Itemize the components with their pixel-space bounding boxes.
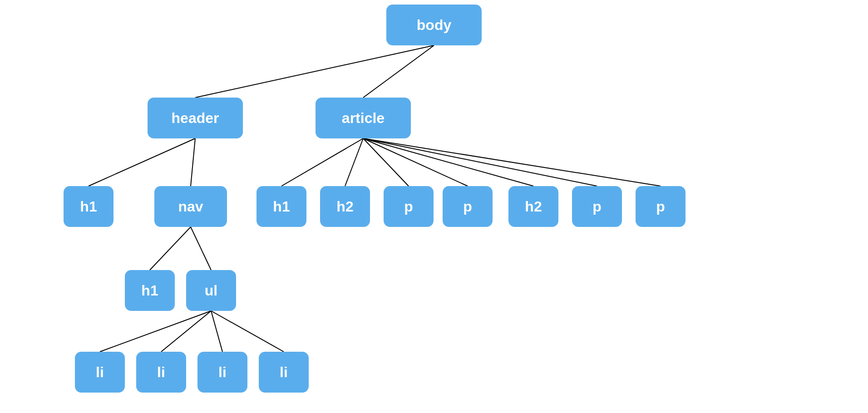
node-li1: li	[75, 352, 125, 393]
node-li4: li	[259, 352, 309, 393]
svg-line-1	[363, 45, 434, 98]
svg-line-5	[345, 138, 363, 186]
node-h1_hdr: h1	[64, 186, 113, 227]
svg-line-14	[161, 311, 211, 352]
svg-line-12	[191, 227, 211, 270]
node-header: header	[148, 98, 243, 138]
node-p_art1: p	[384, 186, 434, 227]
node-p_art2: p	[443, 186, 493, 227]
svg-line-16	[211, 311, 284, 352]
node-body: body	[386, 5, 482, 45]
svg-line-4	[281, 138, 363, 186]
node-li3: li	[197, 352, 247, 393]
svg-line-0	[195, 45, 434, 98]
svg-line-8	[363, 138, 533, 186]
svg-line-2	[89, 138, 195, 186]
svg-line-11	[150, 227, 191, 270]
svg-line-10	[363, 138, 661, 186]
svg-line-9	[363, 138, 597, 186]
node-p_art3: p	[572, 186, 622, 227]
node-p_art4: p	[636, 186, 686, 227]
node-nav: nav	[154, 186, 227, 227]
connectors-svg	[0, 0, 868, 413]
svg-line-13	[100, 311, 211, 352]
diagram-container: bodyheaderarticleh1navh1h2pph2pph1ullili…	[0, 0, 868, 413]
node-li2: li	[136, 352, 186, 393]
svg-line-7	[363, 138, 468, 186]
node-article: article	[316, 98, 411, 138]
svg-line-15	[211, 311, 222, 352]
node-h1_nav: h1	[125, 270, 175, 311]
node-h2_art1: h2	[320, 186, 370, 227]
svg-line-3	[191, 138, 195, 186]
node-h1_art: h1	[256, 186, 306, 227]
node-ul: ul	[186, 270, 236, 311]
node-h2_art2: h2	[508, 186, 558, 227]
svg-line-6	[363, 138, 409, 186]
